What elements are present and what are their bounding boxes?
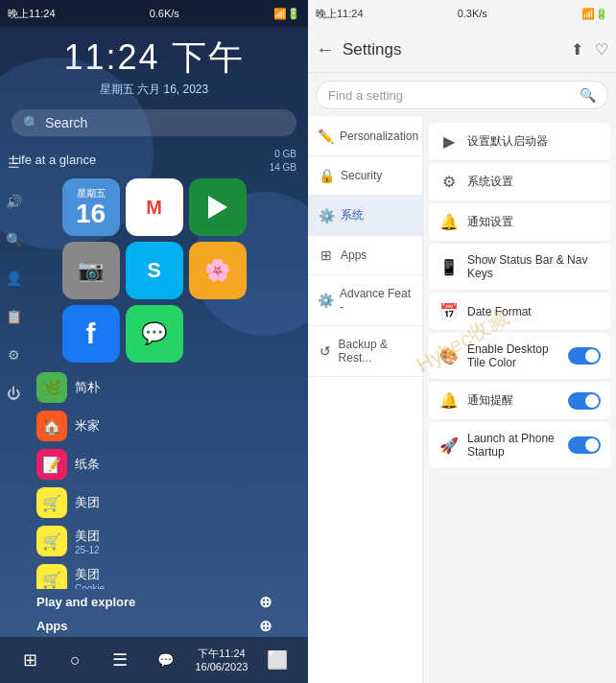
settings-item-startup[interactable]: 🚀 Launch at Phone Startup xyxy=(429,422,610,469)
app-label-mijia: 米家 xyxy=(75,417,100,435)
right-status-time: 晚上11:24 xyxy=(316,7,364,21)
play-title-text: Play and explore xyxy=(36,595,135,609)
list-item[interactable]: 🛒 美团 xyxy=(36,483,272,522)
startup-icon: 🚀 xyxy=(438,436,460,455)
storage-info: 0 GB 14 GB xyxy=(270,148,296,175)
sidebar-icon-4[interactable]: 👤 xyxy=(2,267,25,290)
nav-label-personalization: Personalization xyxy=(340,130,418,143)
storage-total: 14 GB xyxy=(270,161,296,175)
list-item[interactable]: 🏠 米家 xyxy=(36,407,272,445)
gmail-tile[interactable]: M xyxy=(126,178,183,236)
nav-label-system: 系统 xyxy=(341,207,364,224)
camera-tile[interactable]: 📷 xyxy=(62,242,120,299)
nav-item-apps[interactable]: ⊞ Apps xyxy=(308,236,422,275)
date-format-icon: 📅 xyxy=(438,302,460,320)
settings-item-system-settings[interactable]: ⚙ 系统设置 xyxy=(429,163,610,201)
apps-section: Apps ⊕ xyxy=(0,615,308,637)
bottom-screen-icon[interactable]: ⬜ xyxy=(262,645,293,675)
photos-tile[interactable]: 🌸 xyxy=(189,242,247,299)
left-sidebar: ☰ 🔊 🔍 👤 📋 ⚙ ⏻ xyxy=(0,144,27,412)
settings-item-date-format[interactable]: 📅 Date Format xyxy=(429,293,610,331)
settings-item-status-bar[interactable]: 📱 Show Status Bar & Nav Keys xyxy=(429,244,610,291)
facebook-tile[interactable]: f xyxy=(62,305,120,363)
sidebar-menu-icon[interactable]: ☰ xyxy=(2,152,25,175)
favorite-button[interactable]: ♡ xyxy=(595,40,608,59)
share-button[interactable]: ⬆ xyxy=(571,40,583,59)
skype-tile[interactable]: S xyxy=(126,242,183,299)
app-icon-mijia: 🏠 xyxy=(36,411,67,441)
left-panel: 晚上11:24 0.6K/s 📶🔋 11:24 下午 星期五 六月 16, 20… xyxy=(0,0,308,683)
apps-section-title: Apps ⊕ xyxy=(36,617,272,635)
tile-color-toggle[interactable] xyxy=(568,347,601,365)
bottom-notif-icon[interactable]: 💬 xyxy=(150,645,180,675)
clock-date: 星期五 六月 16, 2023 xyxy=(0,82,308,98)
sidebar-icon-7[interactable]: ⏻ xyxy=(2,382,25,405)
app-icon-zhitiao: 📝 xyxy=(36,449,67,480)
nav-item-advance[interactable]: ⚙️ Advance Feat - xyxy=(308,275,422,326)
storage-free: 0 GB xyxy=(270,148,296,161)
default-launcher-icon: ▶ xyxy=(438,132,460,151)
settings-item-tile-color[interactable]: 🎨 Enable Desktop Tile Color xyxy=(429,333,610,380)
list-item[interactable]: 🌿 简朴 xyxy=(36,368,272,407)
find-setting-bar[interactable]: Find a setting 🔍 xyxy=(316,81,608,109)
right-status-bar: 晚上11:24 0.3K/s 📶🔋 xyxy=(308,0,616,27)
settings-item-default-launcher[interactable]: ▶ 设置默认启动器 xyxy=(429,123,610,161)
play-section: Play and explore ⊕ xyxy=(0,589,308,615)
settings-actions: ⬆ ♡ xyxy=(571,40,608,59)
bottom-recent-icon[interactable]: ☰ xyxy=(105,645,135,675)
list-item[interactable]: 📝 纸条 xyxy=(36,445,272,483)
left-status-icons: 📶🔋 xyxy=(273,8,300,20)
nav-item-security[interactable]: 🔒 Security xyxy=(308,156,422,196)
left-status-bar: 晚上11:24 0.6K/s 📶🔋 xyxy=(0,0,308,27)
security-icon: 🔒 xyxy=(318,168,335,183)
sidebar-icon-3[interactable]: 🔍 xyxy=(2,228,25,251)
play-add-icon[interactable]: ⊕ xyxy=(259,593,272,611)
notif-reminder-icon: 🔔 xyxy=(438,391,460,410)
app-icon-meituan2: 🛒 xyxy=(36,526,67,556)
settings-item-notification[interactable]: 🔔 通知设置 xyxy=(429,203,610,242)
app-label-meituan2: 美团 xyxy=(75,528,100,545)
nav-item-backup[interactable]: ↺ Backup & Rest... xyxy=(308,326,422,377)
notif-reminder-label: 通知提醒 xyxy=(467,392,560,409)
app-icon-jianpu: 🌿 xyxy=(36,372,67,403)
apps-add-icon[interactable]: ⊕ xyxy=(259,617,272,635)
personalization-icon: ✏️ xyxy=(318,129,334,144)
system-settings-label: 系统设置 xyxy=(467,174,601,190)
search-bar[interactable]: 🔍 Search xyxy=(12,109,296,136)
startup-toggle[interactable] xyxy=(568,436,601,454)
sidebar-icon-6[interactable]: ⚙ xyxy=(2,343,25,366)
cal-num: 16 xyxy=(76,200,106,227)
tile-color-icon: 🎨 xyxy=(438,347,460,365)
playstore-tile[interactable] xyxy=(189,178,247,236)
back-button[interactable]: ← xyxy=(316,38,335,60)
default-launcher-label: 设置默认启动器 xyxy=(467,133,601,150)
nav-label-apps: Apps xyxy=(341,248,367,262)
facebook-icon: f xyxy=(86,318,96,350)
clock-time: 11:24 下午 xyxy=(0,35,308,82)
bottom-time: 下午11:24 16/06/2023 xyxy=(195,647,248,674)
list-item[interactable]: 🛒 美团 Cookie xyxy=(36,560,272,589)
bottom-date-val: 16/06/2023 xyxy=(195,660,248,673)
notif-reminder-toggle[interactable] xyxy=(568,392,601,410)
bottom-apps-icon[interactable]: ⊞ xyxy=(14,645,45,675)
notification-settings-icon: 🔔 xyxy=(438,213,460,231)
status-bar-label: Show Status Bar & Nav Keys xyxy=(467,253,601,280)
sidebar-icon-2[interactable]: 🔊 xyxy=(2,190,25,213)
find-setting-icon: 🔍 xyxy=(580,87,596,103)
date-format-label: Date Format xyxy=(467,305,601,318)
bottom-time-val: 下午11:24 xyxy=(195,647,248,660)
list-item[interactable]: 🛒 美团 25-12 xyxy=(36,522,272,560)
apps-nav-icon: ⊞ xyxy=(318,247,335,263)
whatsapp-tile[interactable]: 💬 xyxy=(126,305,183,363)
bottom-home-icon[interactable]: ○ xyxy=(59,645,90,675)
calendar-tile[interactable]: 星期五 16 xyxy=(62,178,120,236)
nav-label-security: Security xyxy=(341,169,382,182)
nav-item-system[interactable]: ⚙️ 系统 xyxy=(308,196,422,236)
system-icon: ⚙️ xyxy=(318,208,335,224)
sidebar-icon-5[interactable]: 📋 xyxy=(2,305,25,328)
find-setting-text: Find a setting xyxy=(328,88,403,103)
gmail-icon: M xyxy=(146,197,162,219)
nav-item-personalization[interactable]: ✏️ Personalization xyxy=(308,117,422,156)
settings-item-notif-reminder[interactable]: 🔔 通知提醒 xyxy=(429,382,610,420)
nav-label-advance: Advance Feat - xyxy=(340,287,413,314)
